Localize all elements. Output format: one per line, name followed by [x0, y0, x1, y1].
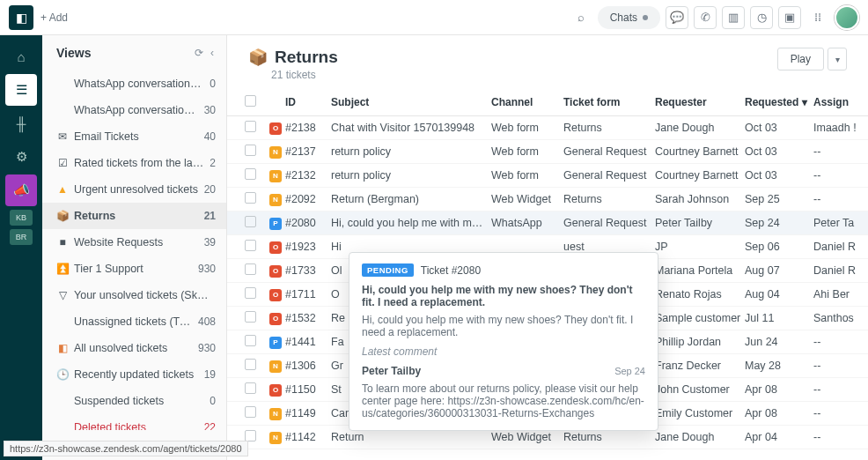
home-icon[interactable]: ⌂	[5, 41, 37, 72]
sidebar-view-item[interactable]: Unassigned tickets (Triage)408	[42, 308, 226, 335]
table-row[interactable]: N#2092Return (Bergman)Web WidgetReturnsS…	[227, 188, 868, 211]
col-ticket-form[interactable]: Ticket form	[563, 96, 655, 108]
row-checkbox[interactable]	[245, 359, 256, 370]
play-button[interactable]: Play	[777, 48, 824, 70]
clock-icon[interactable]: ◷	[750, 6, 773, 29]
sidebar-view-item[interactable]: Deleted tickets22	[42, 414, 226, 430]
sidebar-view-item[interactable]: Suspended tickets0	[42, 388, 226, 414]
col-id[interactable]: ID	[285, 96, 331, 108]
collapse-icon[interactable]: ‹	[210, 47, 214, 59]
chat-icon[interactable]: 💬	[666, 6, 688, 29]
sidebar-view-item[interactable]: WhatsApp conversations - Assig...0	[42, 70, 226, 97]
table-row[interactable]: N#2132return policyWeb formGeneral Reque…	[227, 164, 868, 188]
admin-icon[interactable]: ⚙	[5, 141, 37, 173]
cell-id: #1150	[285, 383, 331, 396]
avatar[interactable]	[835, 5, 859, 30]
sidebar-view-item[interactable]: ⏫Tier 1 Support930	[42, 256, 226, 282]
status-icon: O	[269, 122, 282, 135]
cell-requested: Sep 25	[745, 193, 813, 205]
views-title: Views	[56, 46, 91, 60]
row-checkbox[interactable]	[245, 287, 256, 299]
view-item-label: Recently updated tickets	[74, 368, 199, 381]
row-checkbox[interactable]	[245, 192, 256, 204]
row-checkbox[interactable]	[245, 406, 256, 418]
panel-icon[interactable]: ▥	[722, 6, 745, 29]
view-item-count: 930	[198, 263, 216, 275]
sidebar-view-item[interactable]: ✉Email Tickets40	[42, 123, 226, 150]
cell-channel: Web Widget	[491, 193, 563, 205]
reporting-icon[interactable]: ╫	[5, 108, 37, 139]
row-checkbox[interactable]	[245, 145, 256, 156]
row-checkbox[interactable]	[245, 335, 256, 346]
logo[interactable]: ◧	[9, 5, 33, 30]
cell-requested: Apr 04	[745, 431, 813, 443]
view-item-icon: ✉	[56, 130, 69, 143]
row-checkbox[interactable]	[245, 168, 256, 180]
sidebar-view-item[interactable]: 📦Returns21	[42, 203, 226, 229]
add-tab[interactable]: + Add	[40, 11, 68, 24]
table-row[interactable]: O#2138Chat with Visitor 1570139948Web fo…	[227, 116, 868, 140]
sidebar-view-item[interactable]: WhatsApp conversations - Unass...30	[42, 97, 226, 123]
cell-assignee: --	[813, 169, 861, 182]
col-channel[interactable]: Channel	[491, 96, 563, 108]
view-item-label: Suspended tickets	[74, 395, 204, 407]
sidebar-view-item[interactable]: ▽Your unsolved tickets (Skil...	[42, 282, 226, 308]
col-requester[interactable]: Requester	[655, 96, 745, 108]
col-requested[interactable]: Requested ▾	[745, 96, 813, 108]
package-icon: 📦	[248, 48, 268, 67]
sidebar-view-item[interactable]: 🕒Recently updated tickets19	[42, 361, 226, 388]
view-item-count: 0	[210, 395, 216, 407]
view-item-count: 2	[210, 157, 216, 169]
cell-id: #1532	[285, 312, 331, 324]
row-checkbox[interactable]	[245, 311, 256, 323]
views-icon[interactable]: ☰	[5, 74, 37, 106]
row-checkbox[interactable]	[245, 263, 256, 275]
refresh-icon[interactable]: ⟳	[195, 47, 203, 59]
status-icon: N	[269, 432, 282, 444]
view-item-label: Returns	[74, 210, 199, 222]
play-dropdown[interactable]: ▾	[828, 48, 847, 70]
select-all-checkbox[interactable]	[245, 95, 256, 107]
cell-requested: Sep 24	[745, 217, 813, 229]
cell-assignee: --	[813, 431, 861, 443]
cell-assignee: Imaadh !	[813, 122, 861, 134]
row-checkbox[interactable]	[245, 240, 256, 251]
view-item-icon: ■	[56, 236, 69, 249]
view-item-icon: 🕒	[56, 368, 69, 381]
cell-form: General Request	[563, 217, 655, 229]
status-icon: O	[269, 265, 282, 278]
apps-icon[interactable]: ⁞⁞	[806, 6, 829, 29]
row-checkbox[interactable]	[245, 121, 256, 132]
col-assignee[interactable]: Assign	[813, 96, 861, 108]
sidebar-view-item[interactable]: ■Website Requests39	[42, 229, 226, 256]
cell-assignee: Daniel R	[813, 241, 861, 253]
cell-requester: Franz Decker	[655, 360, 745, 372]
chats-pill[interactable]: Chats	[598, 6, 660, 29]
chats-label: Chats	[610, 11, 637, 24]
cell-requested: Oct 03	[745, 145, 813, 158]
search-icon[interactable]: ⌕	[570, 6, 592, 29]
phone-icon[interactable]: ✆	[694, 6, 717, 29]
cell-form: uest	[563, 241, 655, 253]
view-item-icon: ☑	[56, 157, 69, 169]
col-subject[interactable]: Subject	[331, 96, 491, 108]
table-row[interactable]: N#2137return policyWeb formGeneral Reque…	[227, 140, 868, 164]
cell-requester: Emily Customer	[655, 407, 745, 419]
rail-badge-br[interactable]: BR	[10, 229, 33, 245]
cell-channel: Web form	[491, 122, 563, 134]
sidebar-view-item[interactable]: ◧All unsolved tickets930	[42, 335, 226, 361]
sidebar-view-item[interactable]: ☑Rated tickets from the last 7 d...2	[42, 150, 226, 176]
comment-icon[interactable]: ▣	[778, 6, 801, 29]
row-checkbox[interactable]	[245, 382, 256, 394]
status-icon: N	[269, 170, 282, 182]
cell-form: Returns	[563, 193, 655, 205]
table-row[interactable]: P#2080Hi, could you help me with my new …	[227, 211, 868, 235]
rail-badge-kb[interactable]: KB	[10, 210, 33, 226]
status-icon: O	[269, 241, 282, 254]
row-checkbox[interactable]	[245, 216, 256, 227]
cell-requested: Oct 03	[745, 122, 813, 134]
sidebar-view-item[interactable]: ▲Urgent unresolved tickets20	[42, 176, 226, 203]
campaign-icon[interactable]: 📣	[5, 174, 37, 206]
view-item-count: 930	[198, 342, 216, 354]
ticket-ref: Ticket #2080	[421, 264, 481, 277]
